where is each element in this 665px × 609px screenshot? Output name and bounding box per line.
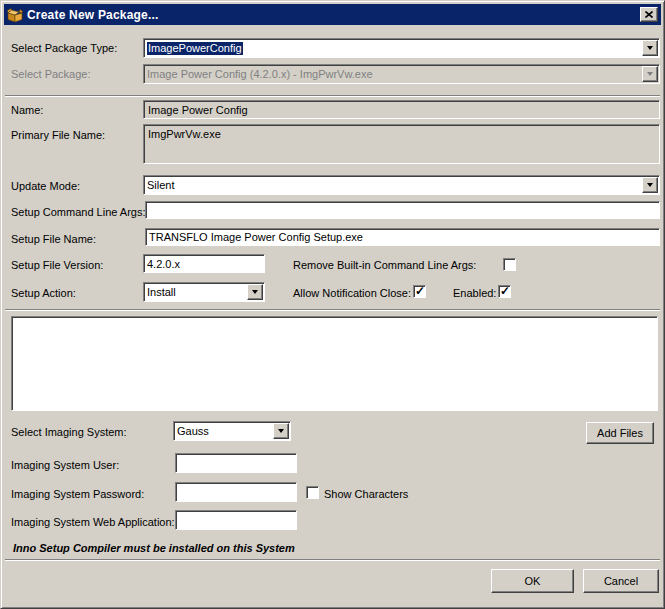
imaging-system-label: Select Imaging System: bbox=[11, 426, 127, 438]
setup-file-name-label: Setup File Name: bbox=[11, 233, 96, 245]
section-divider bbox=[5, 95, 660, 97]
primary-file-name-field[interactable]: ImgPwrVw.exe bbox=[143, 124, 660, 164]
show-characters-checkbox[interactable] bbox=[306, 486, 319, 499]
package-value: Image Power Config (4.2.0.x) - ImgPwrVw.… bbox=[147, 68, 373, 81]
setup-action-label: Setup Action: bbox=[11, 287, 76, 299]
package-combobox: Image Power Config (4.2.0.x) - ImgPwrVw.… bbox=[143, 64, 660, 84]
setup-file-version-label: Setup File Version: bbox=[11, 259, 103, 271]
setup-action-dropdown-button[interactable] bbox=[247, 284, 263, 300]
name-value: Image Power Config bbox=[148, 104, 248, 116]
imaging-system-combobox[interactable]: Gauss bbox=[173, 421, 291, 441]
allow-notification-close-checkbox[interactable] bbox=[413, 285, 426, 298]
package-type-dropdown-button[interactable] bbox=[642, 40, 658, 56]
update-mode-value: Silent bbox=[147, 179, 175, 192]
enabled-checkbox[interactable] bbox=[498, 285, 511, 298]
dialog-body: Select Package Type: ImagePowerConfig Se… bbox=[3, 3, 662, 606]
setup-action-value: Install bbox=[147, 286, 176, 299]
imaging-password-input[interactable] bbox=[175, 482, 297, 502]
section-divider bbox=[5, 309, 660, 311]
inno-setup-note: Inno Setup Compiler must be installed on… bbox=[13, 542, 295, 554]
files-listbox[interactable] bbox=[11, 316, 658, 411]
imaging-webapp-input[interactable] bbox=[175, 510, 297, 530]
setup-file-name-input[interactable] bbox=[145, 228, 660, 246]
imaging-user-input[interactable] bbox=[175, 453, 297, 473]
remove-builtin-args-label: Remove Built-in Command Line Args: bbox=[293, 259, 476, 271]
name-field[interactable]: Image Power Config bbox=[143, 100, 660, 119]
cancel-button[interactable]: Cancel bbox=[583, 569, 659, 593]
imaging-system-dropdown-button[interactable] bbox=[273, 423, 289, 439]
imaging-user-label: Imaging System User: bbox=[11, 459, 119, 471]
update-mode-dropdown-button[interactable] bbox=[642, 177, 658, 193]
setup-action-combobox[interactable]: Install bbox=[143, 282, 265, 302]
add-files-button[interactable]: Add Files bbox=[586, 422, 654, 444]
package-type-combobox[interactable]: ImagePowerConfig bbox=[143, 38, 660, 58]
package-type-value: ImagePowerConfig bbox=[147, 42, 243, 55]
chevron-down-icon bbox=[647, 46, 653, 50]
update-mode-combobox[interactable]: Silent bbox=[143, 175, 660, 195]
setup-cmd-args-label: Setup Command Line Args: bbox=[11, 206, 146, 218]
update-mode-label: Update Mode: bbox=[11, 180, 80, 192]
chevron-down-icon bbox=[278, 429, 284, 433]
chevron-down-icon bbox=[647, 72, 653, 76]
imaging-password-label: Imaging System Password: bbox=[11, 488, 144, 500]
footer-divider bbox=[5, 559, 660, 561]
setup-file-version-input[interactable] bbox=[143, 254, 265, 273]
package-dropdown-button bbox=[642, 66, 658, 82]
create-new-package-dialog: Create New Package... Select Package Typ… bbox=[0, 0, 665, 609]
package-label: Select Package: bbox=[11, 68, 91, 80]
name-label: Name: bbox=[11, 104, 43, 116]
chevron-down-icon bbox=[252, 290, 258, 294]
package-type-label: Select Package Type: bbox=[11, 42, 117, 54]
setup-cmd-args-input[interactable] bbox=[145, 201, 660, 219]
remove-builtin-args-checkbox[interactable] bbox=[503, 258, 516, 271]
imaging-webapp-label: Imaging System Web Application: bbox=[11, 516, 175, 528]
primary-file-name-value: ImgPwrVw.exe bbox=[148, 128, 221, 140]
primary-file-name-label: Primary File Name: bbox=[11, 129, 105, 141]
ok-button[interactable]: OK bbox=[491, 569, 574, 593]
chevron-down-icon bbox=[647, 183, 653, 187]
show-characters-label: Show Characters bbox=[324, 488, 408, 500]
enabled-label: Enabled: bbox=[453, 287, 496, 299]
allow-notification-close-label: Allow Notification Close: bbox=[293, 287, 411, 299]
imaging-system-value: Gauss bbox=[177, 425, 209, 438]
